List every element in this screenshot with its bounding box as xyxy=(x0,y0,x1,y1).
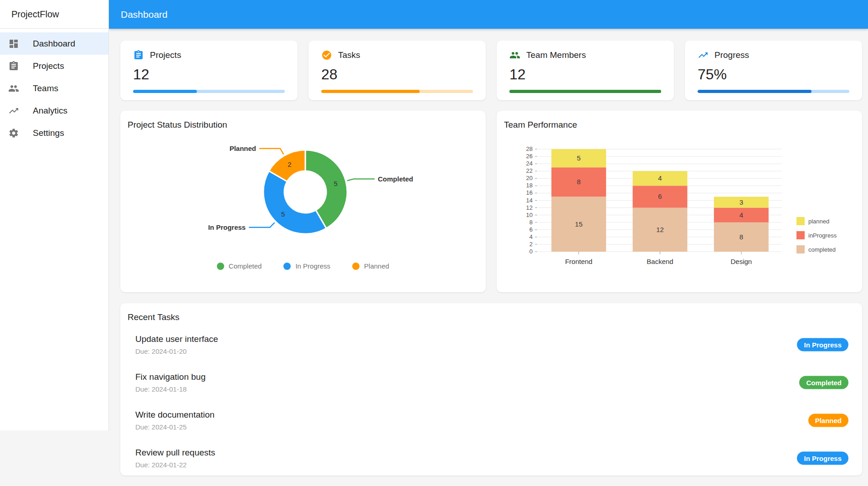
stat-label: Tasks xyxy=(338,50,360,60)
svg-text:Frontend: Frontend xyxy=(565,258,592,265)
task-row[interactable]: Review pull requests Due: 2024-01-22 In … xyxy=(128,442,848,474)
status-badge: In Progress xyxy=(797,338,848,352)
svg-text:14: 14 xyxy=(526,197,533,204)
svg-text:In Progress: In Progress xyxy=(208,223,246,231)
task-due-date: Due: 2024-01-18 xyxy=(135,385,848,393)
stat-card-progress: Progress 75% xyxy=(685,41,862,100)
svg-text:4: 4 xyxy=(740,211,743,219)
status-badge: Planned xyxy=(808,414,848,427)
sidebar-item-projects[interactable]: Projects xyxy=(0,55,108,77)
svg-text:inProgress: inProgress xyxy=(808,232,837,239)
svg-text:15: 15 xyxy=(575,220,583,228)
progress-bar xyxy=(321,90,473,93)
task-row[interactable]: Write documentation Due: 2024-01-25 Plan… xyxy=(128,404,848,436)
page-title: Dashboard xyxy=(121,9,168,20)
task-row[interactable]: Update user interface Due: 2024-01-20 In… xyxy=(128,329,848,361)
stat-card-team-members: Team Members 12 xyxy=(497,41,674,100)
task-title: Update user interface xyxy=(135,334,848,344)
svg-text:Completed: Completed xyxy=(378,175,413,183)
sidebar-item-analytics[interactable]: Analytics xyxy=(0,99,108,122)
topbar: Dashboard xyxy=(109,0,868,29)
legend-item: Planned xyxy=(352,262,389,270)
section-title: Recent Tasks xyxy=(128,312,848,322)
svg-text:planned: planned xyxy=(808,218,829,225)
team-performance-card: Team Performance 02468101214161820222426… xyxy=(497,111,862,292)
gear-icon xyxy=(8,128,19,139)
svg-text:Planned: Planned xyxy=(230,145,256,152)
stat-value: 12 xyxy=(509,66,661,83)
stat-value: 28 xyxy=(321,66,473,83)
svg-text:5: 5 xyxy=(334,180,337,187)
task-title: Review pull requests xyxy=(135,448,848,458)
svg-text:5: 5 xyxy=(577,154,580,162)
svg-text:2: 2 xyxy=(529,241,533,248)
task-list: Update user interface Due: 2024-01-20 In… xyxy=(128,329,848,474)
svg-text:0: 0 xyxy=(529,248,533,255)
progress-bar xyxy=(698,90,849,93)
legend-item: In Progress xyxy=(283,262,330,270)
clipboard-icon xyxy=(8,61,19,72)
svg-text:completed: completed xyxy=(808,246,836,253)
sidebar-item-settings[interactable]: Settings xyxy=(0,122,108,144)
stat-value: 12 xyxy=(133,66,285,83)
chart-title: Team Performance xyxy=(504,120,855,130)
task-due-date: Due: 2024-01-20 xyxy=(135,347,848,355)
project-status-card: Project Status Distribution 5Completed5I… xyxy=(120,111,486,292)
svg-text:12: 12 xyxy=(526,204,533,211)
sidebar-item-label: Projects xyxy=(33,61,64,71)
people-icon xyxy=(8,83,19,94)
svg-text:22: 22 xyxy=(526,167,533,174)
svg-text:16: 16 xyxy=(526,189,533,196)
stat-card-tasks: Tasks 28 xyxy=(308,41,486,100)
sidebar-item-label: Analytics xyxy=(33,106,67,116)
sidebar-nav: Dashboard Projects Teams Analytics Setti… xyxy=(0,29,108,144)
svg-text:Backend: Backend xyxy=(647,258,673,265)
sidebar-item-dashboard[interactable]: Dashboard xyxy=(0,32,108,55)
svg-text:24: 24 xyxy=(526,160,533,167)
svg-text:26: 26 xyxy=(526,153,533,160)
sidebar-item-teams[interactable]: Teams xyxy=(0,77,108,99)
svg-text:Design: Design xyxy=(730,258,752,265)
recent-tasks-card: Recent Tasks Update user interface Due: … xyxy=(120,303,862,476)
svg-text:8: 8 xyxy=(529,219,533,226)
sidebar-item-label: Settings xyxy=(33,128,64,138)
svg-text:10: 10 xyxy=(526,212,533,218)
trending-up-icon xyxy=(698,50,709,61)
svg-text:5: 5 xyxy=(281,210,285,218)
chart-title: Project Status Distribution xyxy=(128,120,478,130)
legend-item: Completed xyxy=(217,262,262,270)
stacked-bar-chart: 02468101214161820222426281585Frontend126… xyxy=(504,135,855,279)
app-logo: ProjectFlow xyxy=(0,0,108,29)
stats-row: Projects 12 Tasks 28 Team Members 12 xyxy=(120,41,862,100)
stat-label: Team Members xyxy=(526,50,586,60)
svg-text:6: 6 xyxy=(529,226,533,233)
charts-row: Project Status Distribution 5Completed5I… xyxy=(120,111,862,292)
donut-chart: 5Completed5In Progress2Planned xyxy=(128,133,478,259)
stat-label: Projects xyxy=(150,50,181,60)
check-circle-icon xyxy=(321,50,332,61)
trending-up-icon xyxy=(8,105,19,116)
stat-card-projects: Projects 12 xyxy=(120,41,298,100)
task-row[interactable]: Fix navigation bug Due: 2024-01-18 Compl… xyxy=(128,367,848,398)
svg-text:18: 18 xyxy=(526,182,533,189)
status-badge: In Progress xyxy=(797,452,848,465)
svg-text:28: 28 xyxy=(526,145,533,152)
stat-label: Progress xyxy=(714,50,749,60)
svg-text:6: 6 xyxy=(658,192,662,200)
sidebar: ProjectFlow Dashboard Projects Teams Ana… xyxy=(0,0,109,430)
task-title: Fix navigation bug xyxy=(135,372,848,382)
sidebar-item-label: Dashboard xyxy=(33,39,75,49)
stat-value: 75% xyxy=(698,66,849,83)
people-icon xyxy=(509,50,520,61)
task-due-date: Due: 2024-01-25 xyxy=(135,423,848,431)
donut-chart-legend: Completed In Progress Planned xyxy=(128,262,478,270)
sidebar-item-label: Teams xyxy=(33,83,58,93)
svg-text:4: 4 xyxy=(529,233,533,240)
svg-text:2: 2 xyxy=(288,160,291,168)
clipboard-icon xyxy=(133,50,144,61)
main-content: Projects 12 Tasks 28 Team Members 12 xyxy=(109,29,868,486)
status-badge: Completed xyxy=(799,376,848,389)
svg-text:8: 8 xyxy=(740,233,743,241)
task-title: Write documentation xyxy=(135,410,848,420)
svg-text:12: 12 xyxy=(656,226,664,233)
